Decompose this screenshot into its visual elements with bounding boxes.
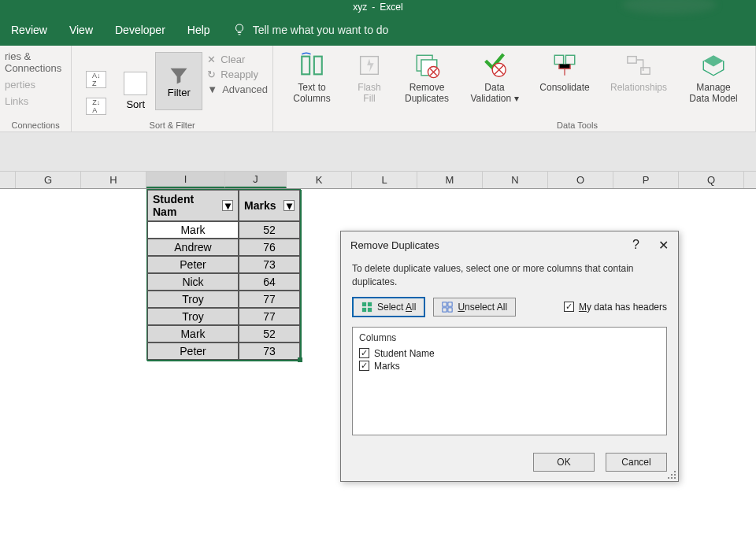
relationships-button[interactable]: Relationships [601, 50, 676, 131]
columns-listbox[interactable]: Columns ✓ Student Name ✓ Marks [352, 327, 667, 435]
cell[interactable]: 77 [239, 308, 300, 325]
sort-button[interactable]: Sort [126, 98, 145, 110]
column-item-label: Marks [374, 361, 400, 372]
col-K[interactable]: K [287, 172, 352, 188]
table-row: Mark52 [147, 325, 300, 342]
cell[interactable]: 73 [239, 342, 300, 360]
cell[interactable]: 73 [239, 256, 300, 273]
group-connections: ries & Connections perties Links Connect… [0, 46, 72, 131]
doc-title: xyz [353, 2, 367, 13]
tab-help[interactable]: Help [176, 14, 221, 46]
clear-filter-button[interactable]: ✕ Clear [207, 54, 268, 65]
filter-dropdown-icon[interactable]: ▾ [222, 200, 233, 211]
col-I[interactable]: I [146, 172, 225, 188]
svg-rect-18 [443, 307, 447, 311]
cell[interactable]: Mark [147, 325, 239, 342]
column-item-label: Student Name [374, 348, 435, 359]
flash-fill-label: Flash Fill [358, 82, 380, 105]
filter-label: Filter [168, 87, 191, 98]
properties[interactable]: perties [5, 79, 66, 91]
queries-connections[interactable]: ries & Connections [5, 50, 66, 74]
formula-bar-area [0, 132, 756, 172]
select-all-button[interactable]: Select All [352, 297, 425, 317]
col-Q[interactable]: Q [679, 172, 744, 188]
consolidate-button[interactable]: Consolidate [528, 50, 601, 131]
manage-model-label: Manage Data Model [689, 82, 737, 105]
cell[interactable]: Mark [147, 221, 239, 239]
headers-checkbox[interactable]: ✓ My data has headers [564, 302, 667, 313]
data-validation-label: Data Validation ▾ [470, 82, 518, 105]
col-G[interactable]: G [16, 172, 81, 188]
column-item[interactable]: ✓ Marks [359, 361, 660, 372]
sort-desc-button[interactable]: Z↓A [86, 98, 106, 115]
cancel-button[interactable]: Cancel [606, 453, 667, 472]
filter-dropdown-icon[interactable]: ▾ [284, 200, 295, 211]
dialog-instruction: To delete duplicate values, select one o… [352, 262, 667, 289]
group-data-tools: Text to Columns Flash Fill Remove Duplic… [273, 46, 756, 131]
sort-dialog-icon [124, 72, 147, 95]
col-H[interactable]: H [81, 172, 146, 188]
flash-fill-icon [356, 52, 383, 79]
edit-links[interactable]: Links [5, 95, 66, 107]
advanced-label: Advanced [222, 83, 268, 95]
col-N[interactable]: N [483, 172, 548, 188]
cell[interactable]: Peter [147, 342, 239, 360]
col-O[interactable]: O [548, 172, 613, 188]
header-marks-label: Marks [244, 199, 276, 212]
svg-rect-1 [302, 57, 309, 75]
cell[interactable]: 52 [239, 221, 300, 239]
svg-rect-16 [443, 302, 447, 305]
select-all-label: Select All [377, 302, 416, 313]
group-sort-filter: A↓Z Z↓A Sort Filter ✕ Clear ↻ Reapply ▼ … [72, 46, 273, 131]
header-student-name[interactable]: Student Nam ▾ [147, 190, 239, 221]
group-label-sortfilter: Sort & Filter [72, 120, 272, 130]
column-item[interactable]: ✓ Student Name [359, 348, 660, 359]
flash-fill-button[interactable]: Flash Fill [346, 50, 393, 131]
col-M[interactable]: M [417, 172, 483, 188]
selection-handle[interactable] [298, 357, 302, 362]
manage-data-model-button[interactable]: Manage Data Model [676, 50, 750, 131]
svg-rect-2 [314, 57, 322, 75]
reapply-button[interactable]: ↻ Reapply [207, 68, 268, 80]
checkbox-icon: ✓ [564, 302, 574, 312]
tell-me-search[interactable]: Tell me what you want to do [253, 24, 389, 36]
table-row: Peter73 [147, 256, 300, 273]
cell[interactable]: Andrew [147, 239, 239, 256]
cell[interactable]: 52 [239, 325, 300, 342]
text-to-columns-button[interactable]: Text to Columns [278, 50, 346, 131]
cell[interactable]: 76 [239, 239, 300, 256]
sort-asc-button[interactable]: A↓Z [86, 71, 106, 88]
svg-rect-9 [565, 55, 574, 64]
data-validation-button[interactable]: Data Validation ▾ [461, 50, 528, 131]
help-icon[interactable]: ? [632, 238, 639, 253]
relationships-label: Relationships [610, 82, 667, 93]
close-icon[interactable]: ✕ [658, 238, 669, 253]
advanced-filter-button[interactable]: ▼ Advanced [207, 83, 268, 95]
cell[interactable]: Troy [147, 308, 239, 325]
reapply-label: Reapply [220, 68, 258, 80]
remove-duplicates-dialog: Remove Duplicates ? ✕ To delete duplicat… [340, 231, 679, 482]
tab-view[interactable]: View [58, 14, 104, 46]
ok-button[interactable]: OK [533, 453, 595, 472]
remove-duplicates-label: Remove Duplicates [405, 82, 449, 105]
checkbox-icon: ✓ [359, 361, 369, 371]
unselect-all-button[interactable]: Unselect All [433, 298, 516, 317]
col-J[interactable]: J [225, 172, 287, 188]
svg-rect-14 [362, 307, 366, 311]
header-marks[interactable]: Marks ▾ [239, 190, 300, 221]
cell[interactable]: 64 [239, 273, 300, 291]
cell[interactable]: Nick [147, 273, 239, 291]
col-L[interactable]: L [352, 172, 417, 188]
filter-button[interactable]: Filter [155, 52, 202, 110]
col-P[interactable]: P [613, 172, 679, 188]
cell[interactable]: Peter [147, 256, 239, 273]
resize-grip[interactable] [666, 469, 676, 479]
tab-developer[interactable]: Developer [104, 14, 176, 46]
data-model-icon [700, 52, 727, 79]
tab-review[interactable]: Review [0, 14, 58, 46]
cell[interactable]: Troy [147, 291, 239, 308]
column-headers: G H I J K L M N O P Q [0, 172, 756, 189]
relationships-icon [625, 52, 652, 79]
remove-duplicates-button[interactable]: Remove Duplicates [393, 50, 461, 131]
cell[interactable]: 77 [239, 291, 300, 308]
